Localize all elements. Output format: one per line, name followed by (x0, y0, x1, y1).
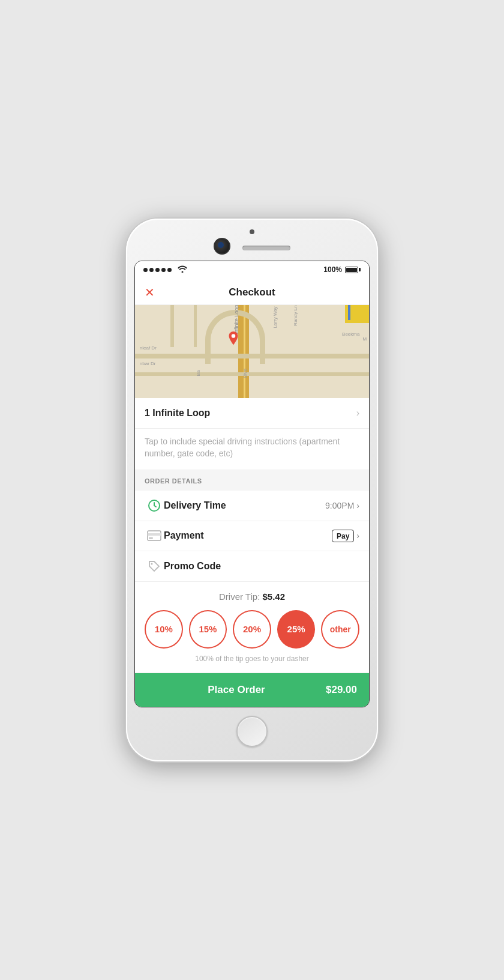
checkout-title: Checkout (229, 286, 275, 298)
instructions-text: Tap to include special driving instructi… (145, 437, 340, 458)
svg-point-7 (151, 563, 153, 564)
status-bar: 100% (135, 261, 369, 278)
apple-pay-badge: Pay (332, 530, 354, 542)
phone-top (134, 229, 370, 261)
tip-btn-25[interactable]: 25% (277, 610, 316, 649)
checkout-header: ✕ Checkout (135, 278, 369, 305)
map-pin (226, 331, 241, 352)
place-order-button[interactable]: Place Order $29.00 (135, 673, 369, 707)
payment-row[interactable]: Payment Pay › (135, 521, 369, 551)
tip-btn-20[interactable]: 20% (233, 610, 271, 649)
svg-line-3 (154, 506, 156, 507)
signal-dots (143, 268, 172, 272)
map-label-beekma: Beekma (342, 331, 359, 337)
tip-label: Driver Tip: $5.42 (145, 591, 359, 602)
map-label-randy-ln: Randy Ln (292, 305, 298, 325)
tag-icon (145, 560, 164, 573)
svg-rect-5 (148, 533, 161, 536)
map-road-h2 (135, 372, 369, 376)
payment-card-icon (145, 530, 164, 541)
svg-point-0 (232, 334, 236, 338)
map-label-m: M (362, 336, 367, 342)
delivery-time-row[interactable]: Delivery Time 9:00PM › (135, 491, 369, 521)
delivery-time-chevron: › (356, 501, 359, 510)
map-label-infinite-loop: Infinite Loop (233, 305, 239, 334)
clock-icon (145, 499, 164, 512)
battery-pct: 100% (323, 265, 342, 274)
tip-disclaimer: 100% of the tip goes to your dasher (145, 655, 359, 668)
address-chevron: › (356, 408, 359, 419)
tip-buttons: 10% 15% 20% 25% other (145, 610, 359, 649)
place-order-price: $29.00 (326, 684, 357, 696)
map-label-larry-way: Larry Way (272, 306, 277, 328)
map-label-blvd: Blvd (242, 369, 248, 378)
tip-btn-15[interactable]: 15% (189, 610, 227, 649)
promo-code-label: Promo Code (164, 561, 359, 572)
wifi-icon (178, 265, 187, 274)
phone-bottom (134, 707, 370, 751)
map-label-nbar: nbar Dr (140, 361, 156, 366)
tip-section: Driver Tip: $5.42 10% 15% 20% 25% other … (135, 582, 369, 673)
order-details-label: ORDER DETAILS (145, 477, 202, 485)
order-details-section-header: ORDER DETAILS (135, 470, 369, 491)
svg-rect-6 (149, 537, 153, 539)
payment-chevron: › (356, 531, 359, 540)
status-right: 100% (323, 265, 361, 274)
instructions-row[interactable]: Tap to include special driving instructi… (135, 429, 369, 470)
battery-icon (345, 267, 361, 273)
tip-btn-10[interactable]: 10% (145, 610, 183, 649)
delivery-time-value: 9:00PM › (325, 501, 359, 510)
phone-speaker (242, 246, 290, 250)
delivery-time-label: Delivery Time (164, 500, 325, 511)
payment-label: Payment (164, 530, 332, 541)
phone-camera (214, 238, 230, 255)
map-road-side1 (170, 305, 174, 347)
phone-dot (250, 229, 254, 234)
map-label-ba: Ba (196, 371, 202, 377)
place-order-label: Place Order (147, 684, 326, 696)
map-road-side2 (194, 305, 197, 347)
tip-btn-other[interactable]: other (321, 610, 359, 649)
close-button[interactable]: ✕ (145, 285, 155, 300)
payment-value: Pay › (332, 530, 359, 542)
phone-frame: 100% ✕ Checkout (126, 219, 378, 761)
address-text: 1 Infinite Loop (145, 408, 210, 419)
home-button[interactable] (236, 716, 268, 747)
map-label-nleaf: nleaf Dr (140, 345, 157, 351)
address-row[interactable]: 1 Infinite Loop › (135, 398, 369, 429)
promo-code-row[interactable]: Promo Code (135, 551, 369, 582)
phone-screen: 100% ✕ Checkout (134, 261, 370, 707)
map-area: Infinite Loop Larry Way Randy Ln Beekma … (135, 305, 369, 398)
tip-amount: $5.42 (262, 591, 285, 602)
map-blue-road (348, 305, 350, 320)
